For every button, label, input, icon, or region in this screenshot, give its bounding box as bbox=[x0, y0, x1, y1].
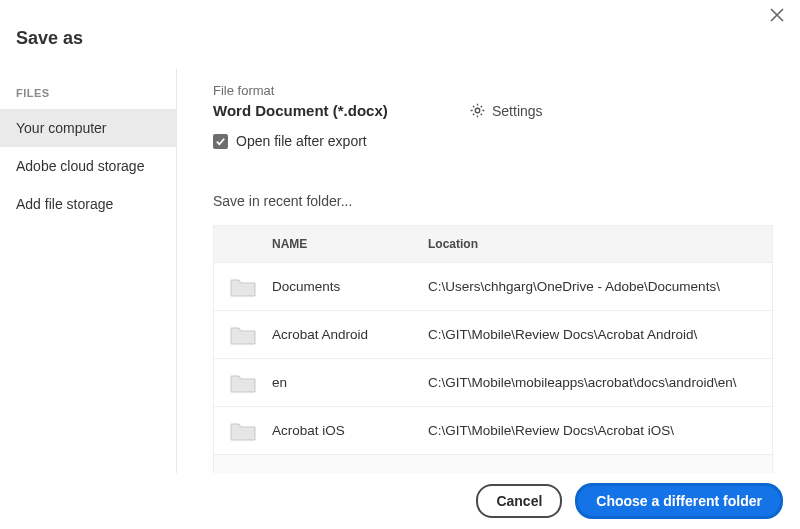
svg-point-0 bbox=[475, 108, 480, 113]
close-button[interactable] bbox=[770, 8, 790, 28]
dialog-title: Save as bbox=[16, 28, 83, 49]
cancel-button[interactable]: Cancel bbox=[476, 484, 562, 518]
save-as-dialog: Save as FILES Your computer Adobe cloud … bbox=[0, 0, 800, 529]
table-row[interactable]: Acrobat iOS C:\GIT\Mobile\Review Docs\Ac… bbox=[214, 406, 772, 454]
file-format-label: File format bbox=[213, 83, 790, 98]
table-row[interactable]: Acrobat Android C:\GIT\Mobile\Review Doc… bbox=[214, 310, 772, 358]
row-location: C:\GIT\Mobile\Review Docs\Acrobat Androi… bbox=[428, 327, 772, 342]
settings-label: Settings bbox=[492, 103, 543, 119]
close-icon bbox=[770, 8, 784, 22]
column-header-name: NAME bbox=[272, 237, 428, 251]
row-location: C:\Users\chhgarg\OneDrive - Adobe\Docume… bbox=[428, 279, 772, 294]
folder-icon bbox=[214, 324, 272, 346]
settings-link[interactable]: Settings bbox=[469, 102, 543, 119]
dialog-footer: Cancel Choose a different folder bbox=[0, 473, 800, 529]
row-location: C:\GIT\Mobile\Review Docs\Acrobat iOS\ bbox=[428, 423, 772, 438]
recent-folder-label: Save in recent folder... bbox=[213, 193, 790, 209]
row-name: Documents bbox=[272, 279, 428, 294]
sidebar-item-your-computer[interactable]: Your computer bbox=[0, 109, 176, 147]
recent-folders-table: NAME Location Documents C:\Users\chhgarg… bbox=[213, 225, 773, 473]
column-header-location: Location bbox=[428, 237, 772, 251]
open-after-export-label: Open file after export bbox=[236, 133, 367, 149]
checkmark-icon bbox=[215, 136, 226, 147]
folder-icon bbox=[214, 372, 272, 394]
folder-icon bbox=[214, 276, 272, 298]
sidebar-heading: FILES bbox=[0, 83, 176, 109]
row-name: Acrobat Android bbox=[272, 327, 428, 342]
row-location: C:\GIT\Mobile\mobileapps\acrobat\docs\an… bbox=[428, 375, 772, 390]
choose-folder-button[interactable]: Choose a different folder bbox=[576, 484, 782, 518]
sidebar-item-adobe-cloud-storage[interactable]: Adobe cloud storage bbox=[0, 147, 176, 185]
table-footer-row bbox=[214, 454, 772, 473]
folder-icon bbox=[214, 420, 272, 442]
sidebar-item-add-file-storage[interactable]: Add file storage bbox=[0, 185, 176, 223]
row-name: Acrobat iOS bbox=[272, 423, 428, 438]
table-row[interactable]: Documents C:\Users\chhgarg\OneDrive - Ad… bbox=[214, 262, 772, 310]
open-after-export-checkbox[interactable] bbox=[213, 134, 228, 149]
file-format-value: Word Document (*.docx) bbox=[213, 102, 469, 119]
table-row[interactable]: en C:\GIT\Mobile\mobileapps\acrobat\docs… bbox=[214, 358, 772, 406]
gear-icon bbox=[469, 102, 486, 119]
main-panel: File format Word Document (*.docx) Setti… bbox=[177, 69, 800, 473]
row-name: en bbox=[272, 375, 428, 390]
table-header: NAME Location bbox=[214, 226, 772, 262]
sidebar: FILES Your computer Adobe cloud storage … bbox=[0, 69, 177, 473]
